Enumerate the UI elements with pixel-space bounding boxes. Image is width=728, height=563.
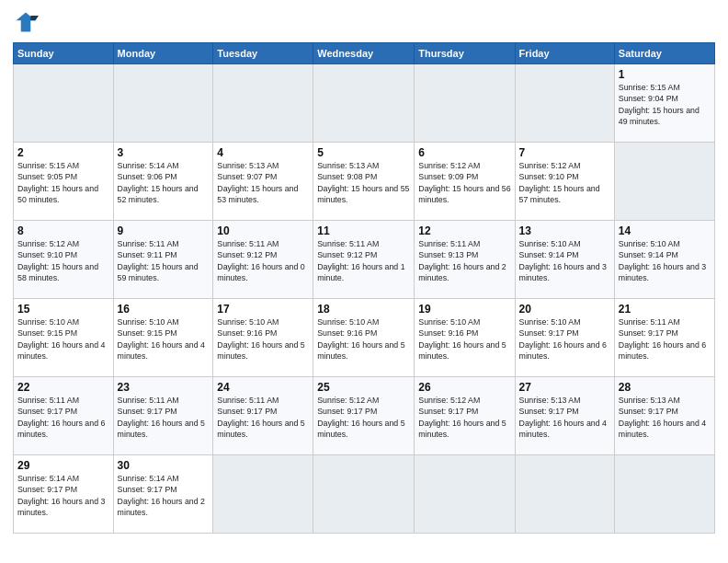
day-info: Sunrise: 5:10 AMSunset: 9:16 PMDaylight:…	[418, 316, 510, 362]
day-info: Sunrise: 5:13 AMSunset: 9:08 PMDaylight:…	[317, 160, 410, 205]
day-info: Sunrise: 5:15 AMSunset: 9:04 PMDaylight:…	[619, 82, 711, 127]
day-number: 5	[317, 146, 410, 159]
day-of-week-header: Wednesday	[313, 43, 415, 64]
calendar-cell: 22 Sunrise: 5:11 AMSunset: 9:17 PMDaylig…	[14, 377, 114, 455]
day-info: Sunrise: 5:12 AMSunset: 9:17 PMDaylight:…	[317, 395, 410, 440]
day-info: Sunrise: 5:11 AMSunset: 9:12 PMDaylight:…	[317, 238, 410, 283]
day-info: Sunrise: 5:11 AMSunset: 9:13 PMDaylight:…	[418, 238, 510, 283]
day-number: 15	[17, 303, 109, 316]
calendar-week-row: 29 Sunrise: 5:14 AMSunset: 9:17 PMDaylig…	[14, 455, 715, 534]
day-of-week-row: SundayMondayTuesdayWednesdayThursdayFrid…	[14, 43, 715, 64]
calendar-cell: 9 Sunrise: 5:11 AMSunset: 9:11 PMDayligh…	[113, 221, 213, 299]
day-number: 1	[619, 68, 711, 81]
calendar-cell-empty	[14, 64, 114, 143]
calendar-cell: 6 Sunrise: 5:12 AMSunset: 9:09 PMDayligh…	[415, 143, 515, 221]
day-number: 18	[317, 303, 410, 316]
day-info: Sunrise: 5:15 AMSunset: 9:05 PMDaylight:…	[17, 160, 109, 205]
calendar-week-row: 15 Sunrise: 5:10 AMSunset: 9:15 PMDaylig…	[14, 299, 715, 377]
calendar-cell: 24 Sunrise: 5:11 AMSunset: 9:17 PMDaylig…	[213, 377, 313, 455]
calendar-week-row: 8 Sunrise: 5:12 AMSunset: 9:10 PMDayligh…	[14, 221, 715, 299]
calendar-cell: 16 Sunrise: 5:10 AMSunset: 9:15 PMDaylig…	[113, 299, 213, 377]
calendar-cell: 11 Sunrise: 5:11 AMSunset: 9:12 PMDaylig…	[313, 221, 415, 299]
day-info: Sunrise: 5:13 AMSunset: 9:17 PMDaylight:…	[519, 395, 610, 440]
day-number: 26	[418, 381, 510, 394]
calendar-cell: 23 Sunrise: 5:11 AMSunset: 9:17 PMDaylig…	[113, 377, 213, 455]
day-of-week-header: Tuesday	[213, 43, 313, 64]
calendar-cell: 2 Sunrise: 5:15 AMSunset: 9:05 PMDayligh…	[14, 143, 114, 221]
day-number: 17	[217, 303, 309, 316]
day-number: 13	[519, 224, 610, 237]
calendar-cell: 30 Sunrise: 5:14 AMSunset: 9:17 PMDaylig…	[113, 455, 213, 534]
page: SundayMondayTuesdayWednesdayThursdayFrid…	[0, 0, 728, 563]
calendar-week-row: 22 Sunrise: 5:11 AMSunset: 9:17 PMDaylig…	[14, 377, 715, 455]
day-of-week-header: Sunday	[14, 43, 114, 64]
calendar-cell: 18 Sunrise: 5:10 AMSunset: 9:16 PMDaylig…	[313, 299, 415, 377]
day-info: Sunrise: 5:10 AMSunset: 9:14 PMDaylight:…	[619, 238, 711, 283]
calendar-cell: 7 Sunrise: 5:12 AMSunset: 9:10 PMDayligh…	[515, 143, 614, 221]
calendar-cell: 27 Sunrise: 5:13 AMSunset: 9:17 PMDaylig…	[515, 377, 614, 455]
calendar-cell-empty	[313, 455, 415, 534]
calendar-table: SundayMondayTuesdayWednesdayThursdayFrid…	[13, 42, 715, 534]
svg-marker-1	[17, 13, 36, 32]
day-number: 6	[418, 146, 510, 159]
calendar-cell-empty	[213, 455, 313, 534]
day-number: 14	[619, 224, 711, 237]
calendar-cell: 28 Sunrise: 5:13 AMSunset: 9:17 PMDaylig…	[614, 377, 714, 455]
day-info: Sunrise: 5:12 AMSunset: 9:10 PMDaylight:…	[519, 160, 610, 205]
day-number: 27	[519, 381, 610, 394]
day-info: Sunrise: 5:13 AMSunset: 9:07 PMDaylight:…	[217, 160, 309, 205]
day-info: Sunrise: 5:10 AMSunset: 9:15 PMDaylight:…	[17, 316, 109, 362]
day-number: 12	[418, 224, 510, 237]
calendar-cell: 8 Sunrise: 5:12 AMSunset: 9:10 PMDayligh…	[14, 221, 114, 299]
calendar-cell-empty	[213, 64, 313, 143]
calendar-cell: 14 Sunrise: 5:10 AMSunset: 9:14 PMDaylig…	[614, 221, 714, 299]
day-info: Sunrise: 5:12 AMSunset: 9:09 PMDaylight:…	[418, 160, 510, 205]
day-info: Sunrise: 5:14 AMSunset: 9:17 PMDaylight:…	[118, 473, 210, 518]
day-info: Sunrise: 5:10 AMSunset: 9:15 PMDaylight:…	[118, 316, 210, 362]
day-number: 2	[17, 146, 109, 159]
day-of-week-header: Thursday	[415, 43, 515, 64]
calendar-week-row: 1 Sunrise: 5:15 AMSunset: 9:04 PMDayligh…	[14, 64, 715, 143]
calendar-cell-empty	[515, 455, 614, 534]
calendar-cell: 12 Sunrise: 5:11 AMSunset: 9:13 PMDaylig…	[415, 221, 515, 299]
day-info: Sunrise: 5:12 AMSunset: 9:17 PMDaylight:…	[418, 395, 510, 440]
day-info: Sunrise: 5:11 AMSunset: 9:17 PMDaylight:…	[17, 395, 109, 440]
calendar-cell-empty	[614, 143, 714, 221]
day-number: 24	[217, 381, 309, 394]
day-number: 9	[118, 224, 210, 237]
day-number: 21	[619, 303, 711, 316]
calendar-cell: 4 Sunrise: 5:13 AMSunset: 9:07 PMDayligh…	[213, 143, 313, 221]
day-number: 28	[619, 381, 711, 394]
calendar-cell-empty	[415, 455, 515, 534]
calendar-cell: 20 Sunrise: 5:10 AMSunset: 9:17 PMDaylig…	[515, 299, 614, 377]
calendar-cell: 15 Sunrise: 5:10 AMSunset: 9:15 PMDaylig…	[14, 299, 114, 377]
day-info: Sunrise: 5:14 AMSunset: 9:17 PMDaylight:…	[17, 473, 109, 518]
calendar-body: 1 Sunrise: 5:15 AMSunset: 9:04 PMDayligh…	[14, 64, 715, 534]
calendar-cell: 26 Sunrise: 5:12 AMSunset: 9:17 PMDaylig…	[415, 377, 515, 455]
calendar-cell: 10 Sunrise: 5:11 AMSunset: 9:12 PMDaylig…	[213, 221, 313, 299]
calendar-week-row: 2 Sunrise: 5:15 AMSunset: 9:05 PMDayligh…	[14, 143, 715, 221]
day-info: Sunrise: 5:10 AMSunset: 9:14 PMDaylight:…	[519, 238, 610, 283]
day-number: 22	[17, 381, 109, 394]
calendar-cell: 19 Sunrise: 5:10 AMSunset: 9:16 PMDaylig…	[415, 299, 515, 377]
day-of-week-header: Saturday	[614, 43, 714, 64]
day-info: Sunrise: 5:11 AMSunset: 9:12 PMDaylight:…	[217, 238, 309, 283]
calendar-cell: 3 Sunrise: 5:14 AMSunset: 9:06 PMDayligh…	[113, 143, 213, 221]
day-number: 30	[118, 459, 210, 472]
day-of-week-header: Friday	[515, 43, 614, 64]
day-info: Sunrise: 5:10 AMSunset: 9:16 PMDaylight:…	[317, 316, 410, 362]
calendar-cell: 1 Sunrise: 5:15 AMSunset: 9:04 PMDayligh…	[614, 64, 714, 143]
day-number: 10	[217, 224, 309, 237]
day-number: 11	[317, 224, 410, 237]
logo-icon	[13, 9, 39, 35]
header	[13, 9, 715, 35]
day-number: 16	[118, 303, 210, 316]
day-info: Sunrise: 5:11 AMSunset: 9:17 PMDaylight:…	[217, 395, 309, 440]
calendar-cell: 13 Sunrise: 5:10 AMSunset: 9:14 PMDaylig…	[515, 221, 614, 299]
day-number: 3	[118, 146, 210, 159]
calendar-cell-empty	[614, 455, 714, 534]
day-info: Sunrise: 5:11 AMSunset: 9:17 PMDaylight:…	[118, 395, 210, 440]
day-info: Sunrise: 5:12 AMSunset: 9:10 PMDaylight:…	[17, 238, 109, 283]
day-number: 29	[17, 459, 109, 472]
day-info: Sunrise: 5:10 AMSunset: 9:16 PMDaylight:…	[217, 316, 309, 362]
